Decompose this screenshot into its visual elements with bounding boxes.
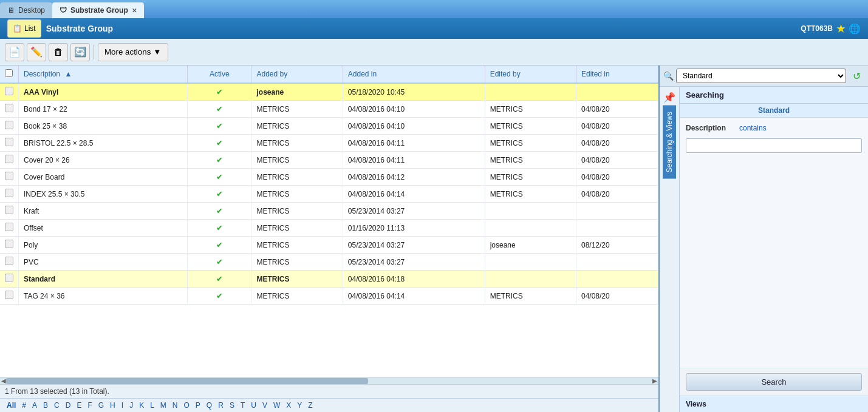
row-active: ✔ [188, 101, 251, 118]
table-row[interactable]: Book 25 × 38✔METRICS04/08/2016 04:10METR… [0, 118, 658, 135]
alpha-item-i[interactable]: I [120, 400, 125, 410]
search-type-dropdown[interactable]: Standard [676, 69, 846, 83]
row-added-in: 01/16/2020 11:13 [343, 220, 485, 237]
row-edited-in: 04/08/20 [576, 288, 658, 305]
row-icon-cell [0, 135, 19, 152]
alpha-item-g[interactable]: G [97, 400, 106, 410]
more-actions-button[interactable]: More actions ▼ [98, 43, 168, 61]
row-icon [5, 87, 13, 95]
col-header-added-by[interactable]: Added by [251, 66, 343, 83]
row-description: Kraft [19, 203, 188, 220]
alpha-item-d[interactable]: D [64, 400, 73, 410]
vertical-tab-searching[interactable]: Searching & Views [663, 106, 676, 179]
col-header-description[interactable]: Description ▲ [19, 66, 188, 83]
tab-close-icon[interactable]: ✕ [132, 7, 137, 14]
table-row[interactable]: TAG 24 × 36✔METRICS04/08/2016 04:14METRI… [0, 288, 658, 305]
alpha-item-o[interactable]: O [182, 400, 191, 410]
col-header-icon[interactable] [0, 66, 19, 83]
row-added-by: METRICS [251, 135, 343, 152]
table-row[interactable]: Kraft✔METRICS05/23/2014 03:27 [0, 203, 658, 220]
checkmark-icon: ✔ [216, 121, 223, 130]
row-icon-cell [0, 186, 19, 203]
col-header-added-in[interactable]: Added in [343, 66, 485, 83]
checkmark-icon: ✔ [216, 172, 223, 181]
refresh-search-icon: ↺ [853, 70, 861, 82]
globe-icon: 🌐 [849, 23, 861, 35]
alpha-item-k[interactable]: K [137, 400, 146, 410]
row-description: Poly [19, 237, 188, 254]
alpha-item-r[interactable]: R [216, 400, 225, 410]
scroll-right-arrow[interactable]: ▶ [652, 377, 657, 384]
row-icon [5, 274, 13, 282]
row-description: Cover 20 × 26 [19, 152, 188, 169]
select-all-checkbox[interactable] [5, 69, 13, 77]
list-button[interactable]: 📋 List [7, 19, 41, 38]
delete-icon: 🗑 [53, 47, 63, 58]
alpha-item-j[interactable]: J [128, 400, 135, 410]
row-icon-cell [0, 169, 19, 186]
alpha-item-m[interactable]: M [159, 400, 168, 410]
delete-button[interactable]: 🗑 [49, 43, 68, 61]
alpha-item-all[interactable]: All [5, 400, 18, 410]
row-active: ✔ [188, 203, 251, 220]
checkmark-icon: ✔ [216, 155, 223, 164]
alpha-item-w[interactable]: W [272, 400, 282, 410]
table-scroll[interactable]: Description ▲ Active Added by Added in [0, 66, 658, 377]
alphabet-bar: All#ABCDEFGHIJKLMNOPQRSTUVWXYZ [0, 398, 658, 412]
col-header-edited-in[interactable]: Edited in [576, 66, 658, 83]
search-panel-body: Description contains [680, 118, 868, 368]
refresh-search-button[interactable]: ↺ [849, 68, 864, 84]
pin-icon[interactable]: 📌 [661, 89, 678, 106]
refresh-button[interactable]: 🔄 [70, 43, 90, 61]
description-search-input[interactable] [686, 138, 862, 153]
tab-substrate-group[interactable]: 🛡 Substrate Group ✕ [52, 2, 144, 18]
alpha-item-t[interactable]: T [239, 400, 247, 410]
search-button[interactable]: Search [686, 373, 862, 391]
scroll-left-arrow[interactable]: ◀ [1, 377, 6, 384]
alpha-item-a[interactable]: A [30, 400, 39, 410]
alpha-item-n[interactable]: N [171, 400, 180, 410]
alpha-item-z[interactable]: Z [306, 400, 314, 410]
alpha-item-v[interactable]: V [261, 400, 269, 410]
col-header-active[interactable]: Active [188, 66, 251, 83]
table-row[interactable]: AAA Vinyl✔joseane05/18/2020 10:45 [0, 83, 658, 101]
table-row[interactable]: Offset✔METRICS01/16/2020 11:13 [0, 220, 658, 237]
horizontal-scrollbar[interactable]: ▶ ◀ [0, 377, 658, 384]
row-icon-cell [0, 101, 19, 118]
checkmark-icon: ✔ [216, 206, 223, 215]
contains-link[interactable]: contains [739, 124, 767, 132]
alpha-item-q[interactable]: Q [205, 400, 214, 410]
table-row[interactable]: PVC✔METRICS05/23/2014 03:27 [0, 254, 658, 271]
row-description: Standard [19, 271, 188, 288]
alpha-item-y[interactable]: Y [295, 400, 304, 410]
alpha-item-u[interactable]: U [249, 400, 258, 410]
row-edited-in [576, 254, 658, 271]
table-row[interactable]: Standard✔METRICS04/08/2016 04:18 [0, 271, 658, 288]
alpha-item-s[interactable]: S [228, 400, 236, 410]
table-row[interactable]: BRISTOL 22.5 × 28.5✔METRICS04/08/2016 04… [0, 135, 658, 152]
alpha-item-p[interactable]: P [194, 400, 202, 410]
col-header-edited-by[interactable]: Edited by [485, 66, 576, 83]
tab-desktop[interactable]: 🖥 Desktop [0, 2, 52, 18]
table-row[interactable]: Poly✔METRICS05/23/2014 03:27joseane08/12… [0, 237, 658, 254]
table-row[interactable]: INDEX 25.5 × 30.5✔METRICS04/08/2016 04:1… [0, 186, 658, 203]
alpha-item-l[interactable]: L [148, 400, 156, 410]
alpha-item-e[interactable]: E [75, 400, 83, 410]
main-layout: Description ▲ Active Added by Added in [0, 66, 868, 412]
row-edited-by [485, 203, 576, 220]
edit-button[interactable]: ✏️ [27, 43, 46, 61]
alpha-item-h[interactable]: H [108, 400, 117, 410]
alpha-item-f[interactable]: F [86, 400, 94, 410]
row-active: ✔ [188, 135, 251, 152]
alpha-item-x[interactable]: X [284, 400, 293, 410]
table-row[interactable]: Bond 17 × 22✔METRICS04/08/2016 04:10METR… [0, 101, 658, 118]
table-row[interactable]: Cover Board✔METRICS04/08/2016 04:12METRI… [0, 169, 658, 186]
alpha-item-b[interactable]: B [41, 400, 50, 410]
alpha-item-c[interactable]: C [52, 400, 61, 410]
user-label: QTT063B [801, 24, 833, 33]
table-row[interactable]: Cover 20 × 26✔METRICS04/08/2016 04:11MET… [0, 152, 658, 169]
row-icon [5, 104, 13, 112]
list-icon: 📋 [13, 24, 22, 33]
new-button[interactable]: 📄 [5, 43, 24, 61]
alpha-item-#[interactable]: # [20, 400, 28, 410]
